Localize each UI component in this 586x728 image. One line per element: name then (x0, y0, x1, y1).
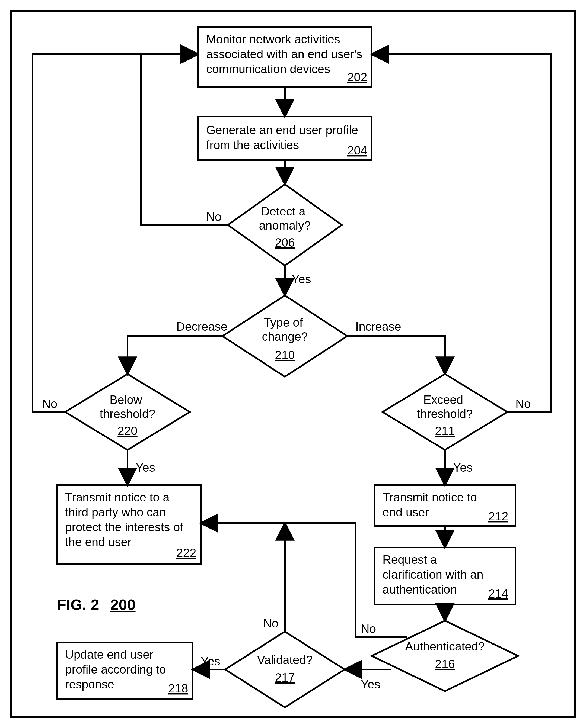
svg-marker-21 (225, 631, 345, 707)
node-218: Update end user profile according to res… (57, 642, 193, 699)
node-216: Authenticated? 216 (372, 621, 518, 691)
node-210: Type of change? 210 (222, 295, 347, 377)
svg-text:Yes: Yes (201, 654, 220, 668)
node-220: Below threshold? 220 (65, 374, 190, 450)
node-204: Generate an end user profile from the ac… (198, 116, 372, 160)
svg-text:FIG. 2
      200: FIG. 2 200 (57, 596, 136, 613)
svg-text:Validated?: Validated? (257, 653, 313, 667)
ref-218: 218 (168, 682, 188, 695)
ref-222: 222 (176, 546, 196, 560)
ref-214: 214 (488, 587, 508, 600)
ref-210: 210 (275, 348, 295, 362)
svg-text:No: No (206, 210, 221, 223)
node-212: Transmit notice to end user 212 (374, 485, 515, 526)
ref-211: 211 (435, 424, 455, 438)
node-214: Request a clarification with an authenti… (374, 547, 515, 604)
svg-text:No: No (361, 622, 376, 635)
ref-202: 202 (347, 71, 367, 84)
ref-220: 220 (118, 424, 137, 438)
svg-text:No: No (42, 397, 57, 410)
node-202: Monitor network activities associated wi… (198, 27, 372, 87)
ref-206: 206 (275, 236, 295, 249)
svg-marker-19 (372, 621, 518, 691)
svg-text:Authenticated?: Authenticated? (405, 640, 485, 653)
svg-text:Yes: Yes (453, 461, 472, 474)
svg-text:Increase: Increase (356, 320, 401, 333)
node-222: Transmit notice to a third party who can… (57, 485, 201, 564)
ref-216: 216 (435, 657, 455, 671)
ref-204: 204 (347, 144, 367, 157)
svg-text:No: No (263, 617, 278, 630)
svg-text:Decrease: Decrease (176, 320, 227, 333)
svg-text:Yes: Yes (292, 272, 311, 286)
node-206: Detect a anomaly? 206 (228, 184, 342, 266)
node-217: Validated? 217 (225, 631, 345, 707)
svg-text:Yes: Yes (361, 678, 380, 691)
svg-text:Yes: Yes (136, 461, 155, 474)
figure-label: FIG. 2 200 (57, 596, 136, 613)
ref-217: 217 (275, 671, 295, 684)
flowchart: Monitor network activities associated wi… (0, 0, 586, 728)
svg-text:No: No (515, 397, 531, 410)
node-211: Exceed threshold? 211 (383, 374, 507, 450)
ref-212: 212 (488, 510, 508, 523)
